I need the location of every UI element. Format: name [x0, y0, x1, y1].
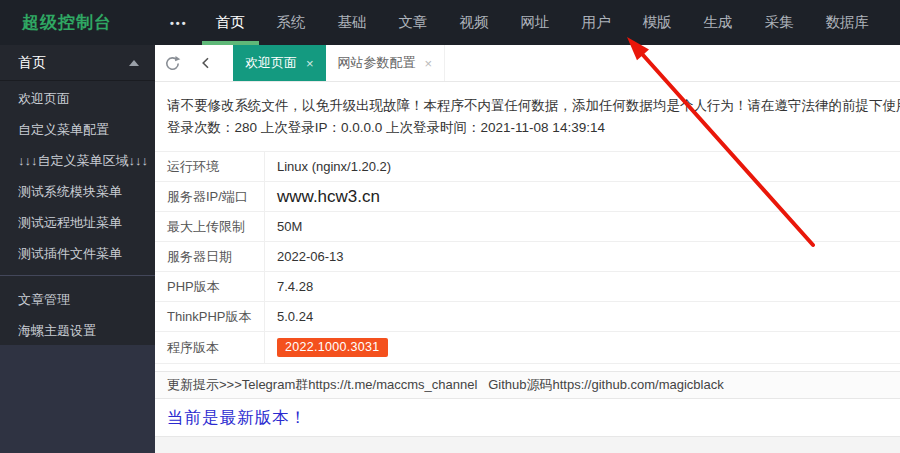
row-label: ThinkPHP版本 [155, 302, 265, 331]
tab-label: 欢迎页面 [245, 54, 297, 72]
sidebar-item-test-plugin[interactable]: 测试插件文件菜单 [0, 238, 155, 269]
sidebar-item-custom-area[interactable]: ↓↓↓自定义菜单区域↓↓↓ [0, 145, 155, 176]
row-label: 最大上传限制 [155, 212, 265, 241]
sidebar-item-test-system[interactable]: 测试系统模块菜单 [0, 176, 155, 207]
topnav-item-user[interactable]: 用户 [566, 0, 627, 45]
notice-line-1: 请不要修改系统文件，以免升级出现故障！本程序不内置任何数据，添加任何数据均是个人… [167, 95, 884, 117]
table-row: 服务器IP/端口 www.hcw3.cn [155, 182, 900, 212]
tab-label: 网站参数配置 [338, 54, 416, 72]
row-value: 7.4.28 [265, 279, 313, 294]
row-label: 服务器日期 [155, 242, 265, 271]
sidebar-item-welcome[interactable]: 欢迎页面 [0, 83, 155, 114]
content-footer-strip [155, 437, 900, 453]
sidebar-group-label: 首页 [18, 54, 46, 72]
sidebar-item-test-remote[interactable]: 测试远程地址菜单 [0, 207, 155, 238]
table-row: 最大上传限制 50M [155, 212, 900, 242]
row-value: 50M [265, 219, 302, 234]
server-info-table: 运行环境 Linux (nginx/1.20.2) 服务器IP/端口 www.h… [155, 151, 900, 364]
topnav-item-basic[interactable]: 基础 [322, 0, 383, 45]
system-notice: 请不要修改系统文件，以免升级出现故障！本程序不内置任何数据，添加任何数据均是个人… [155, 82, 900, 139]
topnav-item-database[interactable]: 数据库 [810, 0, 886, 45]
latest-version-text: 当前是最新版本！ [167, 407, 307, 429]
topnav-item-collect[interactable]: 采集 [749, 0, 810, 45]
topnav-item-generate[interactable]: 生成 [688, 0, 749, 45]
version-badge: 2022.1000.3031 [277, 338, 388, 357]
row-label: 程序版本 [155, 332, 265, 363]
topnav-item-home[interactable]: 首页 [200, 0, 261, 45]
row-value: Linux (nginx/1.20.2) [265, 159, 391, 174]
notice-line-2: 登录次数：280 上次登录IP：0.0.0.0 上次登录时间：2021-11-0… [167, 117, 884, 139]
sidebar-group-secondary: 文章管理 海螺主题设置 [0, 275, 155, 346]
topnav-item-template[interactable]: 模版 [627, 0, 688, 45]
topnav-item-article[interactable]: 文章 [383, 0, 444, 45]
tabbar: 欢迎页面 × 网站参数配置 × [155, 45, 900, 82]
back-button[interactable] [189, 45, 223, 81]
sidebar-group-home[interactable]: 首页 [0, 45, 155, 81]
table-row: 服务器日期 2022-06-13 [155, 242, 900, 272]
close-icon[interactable]: × [306, 57, 314, 70]
topnav-item-system[interactable]: 系统 [261, 0, 322, 45]
main-content: 请不要修改系统文件，以免升级出现故障！本程序不内置任何数据，添加任何数据均是个人… [155, 82, 900, 453]
topnav-item-url[interactable]: 网址 [505, 0, 566, 45]
chevron-up-icon [129, 60, 139, 66]
more-menu-icon[interactable]: ••• [170, 17, 188, 29]
topnav-item-apps[interactable]: 应用 [885, 0, 900, 45]
row-label: 运行环境 [155, 152, 265, 181]
open-tabs: 欢迎页面 × 网站参数配置 × [233, 45, 445, 81]
table-row: 运行环境 Linux (nginx/1.20.2) [155, 152, 900, 182]
topbar: 超级控制台 ••• 首页 系统 基础 文章 视频 网址 用户 模版 生成 采集 … [0, 0, 900, 45]
sidebar-item-hailuo-theme[interactable]: 海螺主题设置 [0, 315, 155, 346]
tab-welcome[interactable]: 欢迎页面 × [233, 45, 326, 81]
row-label: 服务器IP/端口 [155, 182, 265, 211]
row-value: 5.0.24 [265, 309, 313, 324]
chevron-left-icon [198, 55, 214, 71]
row-value: 2022-06-13 [265, 249, 344, 264]
sidebar: 首页 欢迎页面 自定义菜单配置 ↓↓↓自定义菜单区域↓↓↓ 测试系统模块菜单 测… [0, 45, 155, 453]
table-row: 程序版本 2022.1000.3031 [155, 332, 900, 364]
table-row: PHP版本 7.4.28 [155, 272, 900, 302]
top-nav: 首页 系统 基础 文章 视频 网址 用户 模版 生成 采集 数据库 应用 [200, 0, 900, 45]
sidebar-menu: 首页 欢迎页面 自定义菜单配置 ↓↓↓自定义菜单区域↓↓↓ 测试系统模块菜单 测… [0, 45, 155, 345]
sidebar-item-custom-menu[interactable]: 自定义菜单配置 [0, 114, 155, 145]
sidebar-item-article-mgmt[interactable]: 文章管理 [0, 284, 155, 315]
latest-version-row: 当前是最新版本！ [155, 399, 900, 437]
tab-site-params[interactable]: 网站参数配置 × [326, 45, 446, 81]
row-value: 2022.1000.3031 [265, 338, 388, 357]
refresh-icon [163, 54, 182, 73]
close-icon[interactable]: × [425, 57, 433, 70]
update-hint-line: 更新提示>>>Telegram群https://t.me/maccms_chan… [155, 371, 900, 399]
admin-console-screen: 超级控制台 ••• 首页 系统 基础 文章 视频 网址 用户 模版 生成 采集 … [0, 0, 900, 453]
table-row: ThinkPHP版本 5.0.24 [155, 302, 900, 332]
app-logo: 超级控制台 [22, 11, 112, 34]
refresh-button[interactable] [155, 45, 189, 81]
topnav-item-video[interactable]: 视频 [444, 0, 505, 45]
row-value: www.hcw3.cn [265, 187, 380, 207]
row-label: PHP版本 [155, 272, 265, 301]
sidebar-group-items: 欢迎页面 自定义菜单配置 ↓↓↓自定义菜单区域↓↓↓ 测试系统模块菜单 测试远程… [0, 81, 155, 269]
